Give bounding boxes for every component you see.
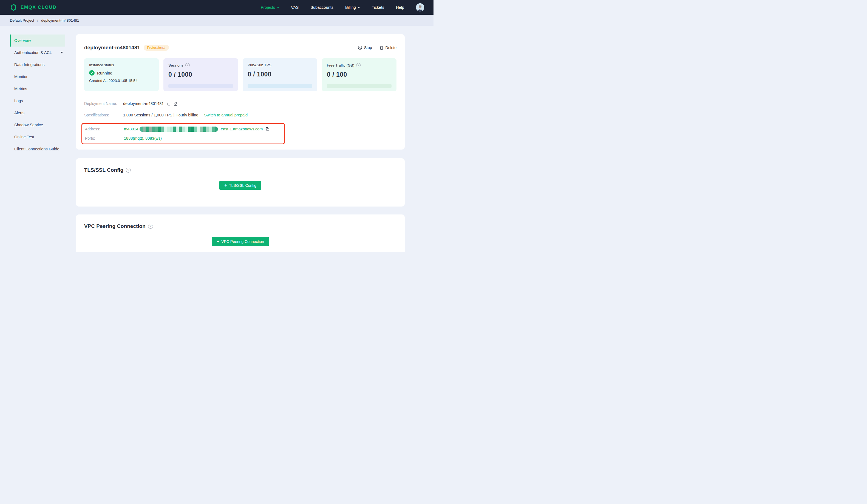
chevron-down-icon <box>277 7 279 8</box>
emqx-logo-icon <box>10 3 18 11</box>
address-suffix: -east-1.amazonaws.com <box>220 127 263 131</box>
sidebar-item-overview[interactable]: Overview <box>10 34 65 46</box>
help-icon[interactable]: ? <box>185 63 190 67</box>
tls-ssl-config-card: TLS/SSL Config ? + TLS/SSL Config <box>76 158 405 207</box>
help-icon[interactable]: ? <box>148 224 153 229</box>
vpc-section-title: VPC Peering Connection <box>84 223 146 229</box>
trash-icon <box>379 45 384 50</box>
traffic-progressbar <box>327 84 392 88</box>
brand-name: EMQX CLOUD <box>21 5 56 10</box>
tls-section-title: TLS/SSL Config <box>84 167 124 173</box>
specifications-value: 1,000 Sessions / 1,000 TPS | Hourly bill… <box>123 113 198 117</box>
nav-projects[interactable]: Projects <box>261 5 279 10</box>
stat-card-instance-status: Instance status Running Created At: 2023… <box>84 58 159 91</box>
sidebar-item-client-connections-guide[interactable]: Client Connections Guide <box>10 143 65 155</box>
stop-icon <box>358 45 362 50</box>
help-icon[interactable]: ? <box>356 63 361 67</box>
nav-billing[interactable]: Billing <box>345 5 360 10</box>
specifications-row: Specifications: 1,000 Sessions / 1,000 T… <box>84 109 396 121</box>
address-row: Address: m48014 -east-1.amazonaws.com <box>85 124 284 134</box>
edit-deployment-name-button[interactable] <box>173 101 178 106</box>
sidebar-item-logs[interactable]: Logs <box>10 95 65 107</box>
brand-logo[interactable]: EMQX CLOUD <box>10 3 56 11</box>
stop-button[interactable]: Stop <box>358 45 372 50</box>
tps-value: 0 / 1000 <box>248 71 312 78</box>
edit-pencil-icon <box>173 101 178 106</box>
copy-icon <box>265 127 269 131</box>
ports-label: Ports: <box>85 136 124 141</box>
chevron-down-icon <box>60 52 63 53</box>
switch-to-annual-prepaid-link[interactable]: Switch to annual prepaid <box>204 113 248 117</box>
ports-value: 1883(mqtt), 8083(ws) <box>124 136 162 141</box>
nav-tickets[interactable]: Tickets <box>372 5 384 10</box>
add-vpc-peering-button[interactable]: + VPC Peering Connection <box>212 237 269 246</box>
sessions-progressbar <box>168 84 233 88</box>
nav-subaccounts[interactable]: Subaccounts <box>310 5 333 10</box>
user-avatar[interactable] <box>416 3 424 11</box>
breadcrumb-project[interactable]: Default Project <box>10 18 34 22</box>
check-circle-icon <box>89 70 95 76</box>
plus-icon: + <box>224 183 227 188</box>
address-redaction-mosaic <box>140 127 218 132</box>
add-tls-ssl-config-button[interactable]: + TLS/SSL Config <box>220 181 261 190</box>
stat-card-pubsub-tps: Pub&Sub TPS 0 / 1000 <box>243 58 317 91</box>
chevron-down-icon <box>358 7 360 8</box>
tps-progressbar <box>248 84 312 88</box>
annotation-highlight-box: Address: m48014 -east-1.amazonaws.com <box>82 123 285 144</box>
plus-icon: + <box>217 239 220 244</box>
deployment-name-label: Deployment Name: <box>84 101 123 106</box>
sidebar-item-monitor[interactable]: Monitor <box>10 71 65 83</box>
address-label: Address: <box>85 127 124 131</box>
deployment-name-row: Deployment Name: deployment-m4801481 <box>84 98 396 109</box>
breadcrumb-current: deployment-m4801481 <box>41 18 79 22</box>
copy-icon <box>166 101 171 106</box>
sidebar: Overview Authentication & ACL Data Integ… <box>0 34 65 155</box>
plan-badge: Professional <box>144 45 169 51</box>
breadcrumb-separator: / <box>37 18 39 22</box>
sidebar-item-authentication-acl[interactable]: Authentication & ACL <box>10 46 65 59</box>
address-prefix: m48014 <box>124 127 138 131</box>
sidebar-item-data-integrations[interactable]: Data Integrations <box>10 59 65 71</box>
deployment-name-value: deployment-m4801481 <box>123 101 164 106</box>
nav-help[interactable]: Help <box>396 5 404 10</box>
nav-vas[interactable]: VAS <box>291 5 299 10</box>
copy-address-button[interactable] <box>265 127 269 131</box>
created-at-text: Created At: 2023.01.05 15:54 <box>89 79 154 83</box>
stat-card-free-traffic: Free Traffic (GB) ? 0 / 100 <box>322 58 396 91</box>
status-badge: Running <box>97 71 113 75</box>
ports-row: Ports: 1883(mqtt), 8083(ws) <box>85 134 284 143</box>
sessions-value: 0 / 1000 <box>168 71 233 78</box>
traffic-value: 0 / 100 <box>327 71 392 78</box>
sidebar-item-shadow-service[interactable]: Shadow Service <box>10 119 65 131</box>
top-navbar: EMQX CLOUD Projects VAS Subaccounts Bill… <box>0 0 434 15</box>
main-content: deployment-m4801481 Professional Stop <box>76 34 405 252</box>
help-icon[interactable]: ? <box>126 168 131 173</box>
stat-cards-row: Instance status Running Created At: 2023… <box>84 58 396 91</box>
specifications-label: Specifications: <box>84 113 123 117</box>
deployment-overview-card: deployment-m4801481 Professional Stop <box>76 34 405 150</box>
sidebar-item-online-test[interactable]: Online Test <box>10 131 65 143</box>
sidebar-item-alerts[interactable]: Alerts <box>10 107 65 119</box>
vpc-peering-card: VPC Peering Connection ? + VPC Peering C… <box>76 215 405 252</box>
deployment-title: deployment-m4801481 <box>84 45 140 51</box>
top-nav-items: Projects VAS Subaccounts Billing Tickets… <box>261 3 424 11</box>
sidebar-item-metrics[interactable]: Metrics <box>10 83 65 95</box>
stat-card-sessions: Sessions ? 0 / 1000 <box>163 58 238 91</box>
copy-deployment-name-button[interactable] <box>166 101 171 106</box>
delete-button[interactable]: Delete <box>379 45 396 50</box>
breadcrumb: Default Project / deployment-m4801481 <box>0 15 434 26</box>
